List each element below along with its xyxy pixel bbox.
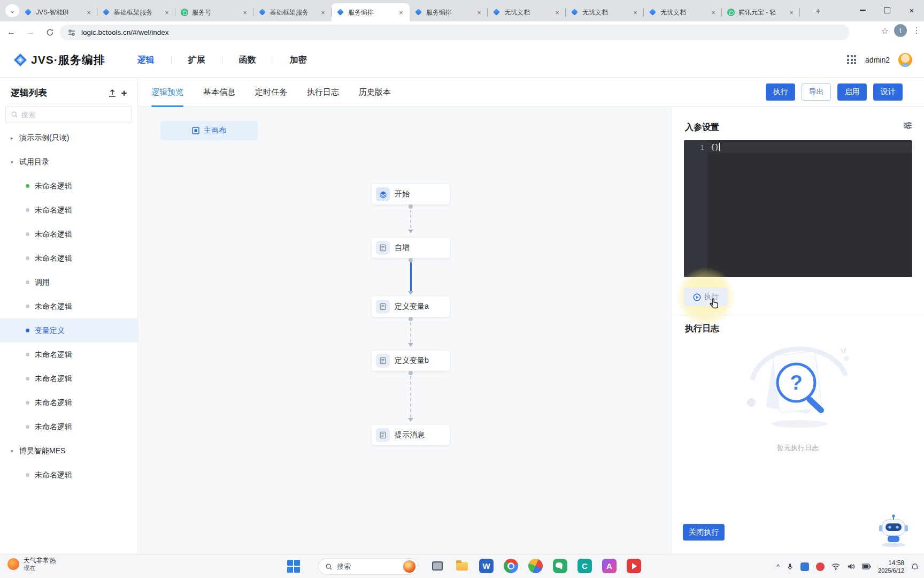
flow-canvas[interactable]: 主画布 开始 自增 定义变量a 定义变量b 提示消息 <box>138 107 671 554</box>
apps-grid-icon[interactable] <box>847 55 857 65</box>
main-canvas-tab[interactable]: 主画布 <box>160 121 258 140</box>
tab-close-icon[interactable]: × <box>475 8 483 17</box>
wifi-icon[interactable] <box>831 563 840 570</box>
tree-group-trial[interactable]: ▾试用目录 <box>0 150 137 174</box>
browser-tab-active[interactable]: 服务编排× <box>332 3 410 21</box>
browser-tab[interactable]: 基础框架服务× <box>253 3 332 21</box>
start-button[interactable] <box>287 559 301 573</box>
app-c-icon[interactable]: C <box>578 559 592 573</box>
browser-tab[interactable]: 无忧文档× <box>488 3 566 21</box>
sidebar-search-input[interactable] <box>21 111 112 119</box>
tab-scheduled-task[interactable]: 定时任务 <box>255 78 287 107</box>
import-button[interactable] <box>106 87 118 99</box>
flow-node-define-a[interactable]: 定义变量a <box>372 296 450 317</box>
tree-item[interactable]: 未命名逻辑 <box>0 294 137 318</box>
address-bar[interactable]: logic.bctools.cn/#/wel/index <box>60 25 849 40</box>
video-app-icon[interactable] <box>627 559 641 573</box>
nav-item-extension[interactable]: 扩展 <box>187 55 206 66</box>
tree-item[interactable]: 未命名逻辑 <box>0 198 137 222</box>
tab-search-button[interactable]: ⌄ <box>5 4 19 17</box>
app-a-icon[interactable]: A <box>602 559 617 573</box>
tab-exec-log[interactable]: 执行日志 <box>307 78 339 107</box>
site-settings-icon[interactable] <box>67 28 76 37</box>
tab-logic-preview[interactable]: 逻辑预览 <box>151 78 183 107</box>
browser-tab[interactable]: 服务编排× <box>410 3 488 21</box>
tree-item[interactable]: 未命名逻辑 <box>0 367 137 391</box>
tree-item[interactable]: 未命名逻辑 <box>0 415 137 439</box>
tab-close-icon[interactable]: × <box>631 8 640 17</box>
tree-item-selected[interactable]: 变量定义 <box>0 318 137 343</box>
tree-group-mes[interactable]: ▾博昊智能MES <box>0 439 137 463</box>
task-view-icon[interactable] <box>430 559 444 573</box>
reload-button[interactable] <box>42 24 58 40</box>
connector-dot[interactable] <box>409 258 413 262</box>
sidebar-search-box[interactable] <box>5 106 132 123</box>
browser-tab[interactable]: JVS-智能BI× <box>19 3 97 21</box>
browser-tab[interactable]: 无忧文档× <box>644 3 722 21</box>
window-maximize-button[interactable] <box>875 0 899 20</box>
tree-item[interactable]: 未命名逻辑 <box>0 463 137 487</box>
file-explorer-icon[interactable] <box>455 559 469 573</box>
tab-close-icon[interactable]: × <box>397 8 405 17</box>
wechat-icon[interactable] <box>553 559 567 573</box>
microphone-icon[interactable] <box>787 563 794 571</box>
forward-button[interactable]: → <box>22 24 38 40</box>
word-app-icon[interactable]: W <box>479 559 494 573</box>
taskbar-clock[interactable]: 14:58 2025/6/12 <box>878 559 904 574</box>
taskbar-search-input[interactable] <box>337 562 396 571</box>
flow-node-increment[interactable]: 自增 <box>372 238 450 258</box>
tab-close-icon[interactable]: × <box>84 8 93 17</box>
nav-item-function[interactable]: 函数 <box>238 55 257 66</box>
browser-menu-icon[interactable]: ⋮ <box>912 26 921 35</box>
volume-icon[interactable] <box>847 563 855 570</box>
execute-button[interactable]: 执行 <box>766 83 795 101</box>
back-button[interactable]: ← <box>3 24 19 40</box>
nav-item-encrypt[interactable]: 加密 <box>289 55 308 66</box>
browser-tab[interactable]: 无忧文档× <box>566 3 644 21</box>
export-button[interactable]: 导出 <box>802 83 831 101</box>
tree-item[interactable]: 调用 <box>0 270 137 294</box>
browser-profile-avatar[interactable]: t <box>894 24 907 37</box>
tree-item[interactable]: 未命名逻辑 <box>0 174 137 198</box>
browser-tab[interactable]: 服务号× <box>175 3 253 21</box>
bookmark-star-icon[interactable]: ☆ <box>881 26 889 36</box>
battery-icon[interactable] <box>862 564 871 569</box>
browser-tab[interactable]: 腾讯元宝 - 轻× <box>722 3 800 21</box>
tree-group-demo[interactable]: ▸演示示例(只读) <box>0 126 137 150</box>
tray-app-blue-icon[interactable] <box>800 562 809 571</box>
enable-button[interactable]: 启用 <box>837 83 867 101</box>
tray-expand-icon[interactable]: ^ <box>776 562 780 571</box>
flow-node-start[interactable]: 开始 <box>372 184 450 204</box>
design-button[interactable]: 设计 <box>873 83 903 101</box>
photos-app-icon[interactable] <box>526 557 545 575</box>
robot-mascot[interactable] <box>876 514 911 547</box>
notification-bell-icon[interactable] <box>911 563 919 571</box>
close-execution-button[interactable]: 关闭执行 <box>683 524 725 541</box>
window-minimize-button[interactable] <box>850 0 875 20</box>
tab-close-icon[interactable]: × <box>787 8 796 17</box>
tree-item[interactable]: 未命名逻辑 <box>0 343 137 367</box>
tree-item[interactable]: 未命名逻辑 <box>0 391 137 415</box>
tab-close-icon[interactable]: × <box>553 8 561 17</box>
tab-close-icon[interactable]: × <box>241 8 249 17</box>
tab-close-icon[interactable]: × <box>319 8 327 17</box>
taskbar-search-box[interactable] <box>318 558 419 575</box>
connector-dot[interactable] <box>409 317 413 321</box>
tab-close-icon[interactable]: × <box>163 8 171 17</box>
nav-item-logic[interactable]: 逻辑 <box>136 55 156 66</box>
run-button[interactable]: 执行 <box>684 288 728 306</box>
add-logic-button[interactable]: + <box>118 87 130 99</box>
flow-node-define-b[interactable]: 定义变量b <box>372 351 450 371</box>
new-tab-button[interactable]: + <box>811 5 826 18</box>
tree-item[interactable]: 未命名逻辑 <box>0 246 137 270</box>
params-settings-icon[interactable] <box>903 121 912 130</box>
flow-node-message[interactable]: 提示消息 <box>372 425 450 445</box>
params-json-editor[interactable]: 1 {} <box>684 140 912 277</box>
connector-dot[interactable] <box>409 204 413 209</box>
browser-tab[interactable]: 基础框架服务× <box>97 3 175 21</box>
taskbar-weather-widget[interactable]: 天气非常热 现在 <box>7 557 56 572</box>
user-avatar[interactable] <box>898 53 912 67</box>
chrome-icon[interactable] <box>504 559 518 573</box>
tab-close-icon[interactable]: × <box>709 8 718 17</box>
connector-dot[interactable] <box>409 371 413 375</box>
